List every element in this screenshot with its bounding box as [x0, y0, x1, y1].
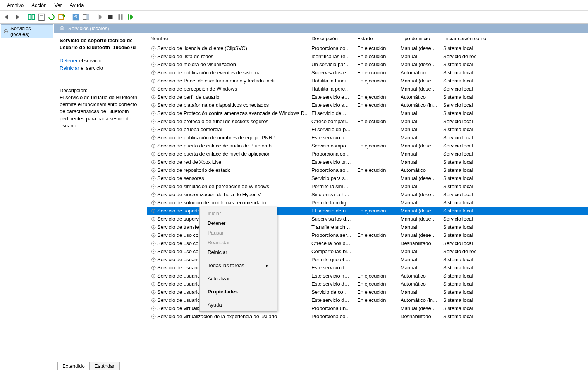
service-icon [150, 151, 156, 157]
table-row[interactable]: Servicio de repositorio de estadoProporc… [147, 166, 588, 174]
cell-desc: Este servicio pre... [308, 159, 354, 165]
properties-button[interactable] [37, 12, 46, 22]
ctx-all-tasks[interactable]: Todas las tareas▸ [200, 260, 277, 270]
nav-services-local-label: Servicios (locales) [10, 26, 51, 37]
svg-rect-13 [128, 14, 129, 20]
svg-point-199 [153, 291, 154, 293]
table-row[interactable]: Servicio de perfil de usuarioEste servic… [147, 93, 588, 101]
cell-logon: Sistema local [440, 232, 502, 238]
table-row[interactable]: Servicio de puerta de enlace de audio de… [147, 142, 588, 150]
cell-status: En ejecución [354, 61, 397, 68]
svg-point-49 [153, 88, 154, 89]
table-row[interactable]: Servicio de Panel de escritura a mano y … [147, 77, 588, 85]
detail-stop-link[interactable]: Detener [60, 58, 77, 63]
context-menu: Iniciar Detener Pausar Reanudar Reinicia… [199, 207, 277, 312]
content-header: Servicios (locales) [54, 24, 588, 33]
cell-logon: Servicio de red [440, 53, 502, 60]
svg-point-115 [153, 178, 154, 179]
ctx-refresh[interactable]: Actualizar [200, 274, 277, 283]
table-row[interactable]: Servicio de percepción de WindowsHabilit… [147, 85, 588, 93]
table-row[interactable]: Servicio de prueba comercialEl servicio … [147, 125, 588, 134]
cell-startup: Manual [397, 53, 440, 60]
ctx-stop[interactable]: Detener [200, 218, 277, 228]
pause-service-button[interactable] [116, 12, 125, 22]
svg-rect-11 [119, 14, 120, 20]
table-row[interactable]: Servicio de mejora de visualizaciónUn se… [147, 60, 588, 69]
ctx-pause[interactable]: Pausar [200, 228, 277, 238]
ctx-properties[interactable]: Propiedades [200, 287, 277, 296]
col-desc[interactable]: Descripción [308, 33, 354, 44]
svg-point-109 [153, 170, 154, 171]
col-status[interactable]: Estado [354, 33, 397, 44]
tab-standard[interactable]: Estándar [89, 362, 120, 370]
table-row[interactable]: Servicio de Protección contra amenazas a… [147, 109, 588, 117]
services-grid[interactable]: Nombre Descripción Estado Tipo de inicio… [147, 33, 588, 361]
cell-status [354, 243, 397, 244]
service-icon [150, 248, 156, 255]
menu-view[interactable]: Ver [50, 2, 66, 9]
tab-extended[interactable]: Extendido [57, 362, 90, 370]
stop-service-button[interactable] [106, 12, 115, 22]
refresh-button[interactable] [47, 12, 56, 22]
detail-restart-link[interactable]: Reiniciar [60, 65, 79, 71]
service-icon [150, 265, 156, 271]
restart-service-button[interactable] [126, 12, 135, 22]
services-icon [59, 25, 65, 31]
table-row[interactable]: Servicio de sincronización de hora de Hy… [147, 190, 588, 199]
menu-help[interactable]: Ayuda [66, 2, 88, 9]
ctx-all-tasks-label: Todas las tareas [208, 262, 244, 268]
export-button[interactable] [57, 12, 66, 22]
cell-logon: Sistema local [440, 199, 502, 206]
table-row[interactable]: Servicio de puerta de enlace de nivel de… [147, 150, 588, 158]
table-row[interactable]: Servicio de protocolo de túnel de socket… [147, 117, 588, 125]
cell-logon: Servicio local [440, 191, 502, 198]
ctx-start[interactable]: Iniciar [200, 209, 277, 218]
cell-status: En ejecución [354, 45, 397, 51]
menu-action[interactable]: Acción [28, 2, 50, 9]
ctx-help[interactable]: Ayuda [200, 300, 277, 310]
show-action-pane-button[interactable] [81, 12, 91, 22]
col-startup[interactable]: Tipo de inicio [397, 33, 440, 44]
cell-name: Servicio de publicación de nombres de eq… [157, 135, 276, 140]
detail-service-name: Servicio de soporte técnico de usuario d… [60, 37, 141, 51]
svg-point-17 [61, 27, 63, 29]
cell-logon: Servicio local [440, 216, 502, 222]
cell-desc: Este servicio de ... [308, 297, 354, 303]
service-icon [150, 297, 156, 303]
ctx-resume[interactable]: Reanudar [200, 238, 277, 247]
cell-desc: Este servicio ho... [308, 272, 354, 279]
cell-status [354, 259, 397, 260]
table-row[interactable]: Servicio de lista de redesIdentifica las… [147, 52, 588, 60]
cell-startup: Manual (desen... [397, 191, 440, 198]
ctx-restart[interactable]: Reiniciar [200, 247, 277, 257]
cell-name: Servicio de Panel de escritura a mano y … [157, 78, 276, 84]
cell-desc: Permite que el s... [308, 256, 354, 263]
table-row[interactable]: Servicio de plataforma de dispositivos c… [147, 101, 588, 109]
table-row[interactable]: Servicio de sensoresServicio para se...M… [147, 174, 588, 182]
cell-logon: Servicio local [440, 118, 502, 125]
table-row[interactable]: Servicio de simulación de percepción de … [147, 182, 588, 190]
cell-name: Servicio de plataforma de dispositivos c… [157, 102, 269, 108]
table-row[interactable]: Servicio de licencia de cliente (ClipSVC… [147, 44, 588, 52]
svg-rect-12 [121, 14, 122, 20]
nav-services-local[interactable]: Servicios (locales) [1, 24, 53, 38]
forward-button[interactable] [12, 12, 22, 22]
menu-file[interactable]: Archivo [3, 2, 28, 9]
cell-status [354, 316, 397, 317]
show-hide-tree-button[interactable] [27, 12, 36, 22]
col-name[interactable]: Nombre [147, 33, 308, 44]
cell-startup: Manual [397, 264, 440, 271]
svg-point-25 [153, 56, 154, 57]
start-service-button[interactable] [96, 12, 105, 22]
table-row[interactable]: Servicio de publicación de nombres de eq… [147, 134, 588, 142]
cell-status [354, 129, 397, 130]
help-button[interactable]: ? [71, 12, 81, 22]
table-row[interactable]: Servicio de red de Xbox LiveEste servici… [147, 158, 588, 166]
back-button[interactable] [2, 12, 12, 22]
table-row[interactable]: Servicio de notificación de eventos de s… [147, 69, 588, 77]
cell-status [354, 186, 397, 187]
table-row[interactable]: Servicio de solución de problemas recome… [147, 199, 588, 207]
table-row[interactable]: Servicio de virtualización de la experie… [147, 312, 588, 320]
cell-status: En ejecución [354, 289, 397, 295]
col-logon[interactable]: Iniciar sesión como [440, 33, 502, 44]
